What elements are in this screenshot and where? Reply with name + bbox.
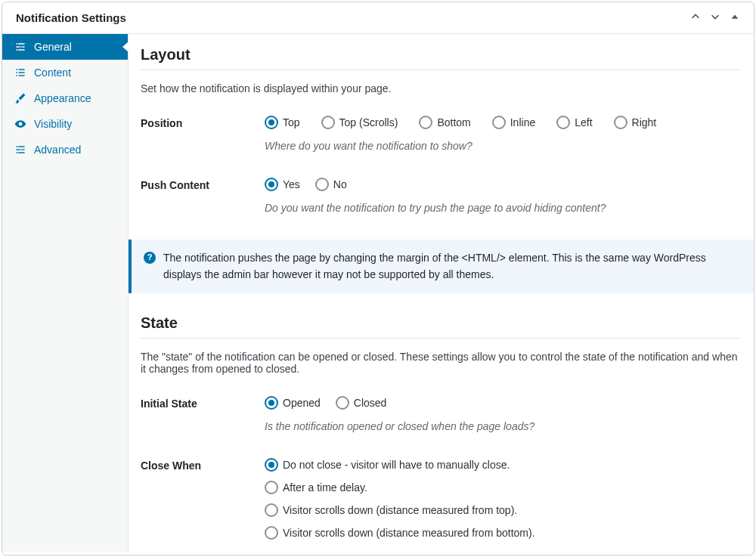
radio-input[interactable] [419,116,432,129]
radio-label: Visitor scrolls down (distance measured … [283,527,535,539]
sidebar-item-appearance[interactable]: Appearance [2,85,128,111]
radio-input[interactable] [265,396,278,410]
radio-state-closed[interactable]: Closed [336,396,387,410]
radio-input[interactable] [265,481,278,494]
radio-input[interactable] [265,178,278,191]
radio-push-yes[interactable]: Yes [265,178,300,191]
list-icon [14,67,26,79]
radio-label: Top (Scrolls) [339,116,398,128]
info-icon: ? [144,252,156,264]
move-up-icon[interactable] [690,11,701,24]
radio-position-top-scrolls[interactable]: Top (Scrolls) [321,116,398,129]
radio-close-scroll-top[interactable]: Visitor scrolls down (distance measured … [265,503,740,517]
field-label: Push Content [141,178,265,191]
radio-label: Opened [283,397,321,409]
sidebar-item-label: Visibility [34,118,72,130]
radio-label: Top [283,116,300,128]
section-title-state: State [141,314,740,332]
panel-body: General Content Appearance Visibility Ad… [2,34,754,552]
radio-input[interactable] [265,458,278,472]
sliders-icon [14,41,26,53]
panel-title: Notification Settings [16,11,126,24]
radio-label: Do not close - visitor will have to manu… [283,459,510,471]
info-box-push-content: ? The notification pushes the page by ch… [129,240,754,293]
field-hint: Is the notification opened or closed whe… [265,420,740,432]
radio-input[interactable] [556,116,570,129]
radio-position-top[interactable]: Top [265,116,300,129]
panel-header: Notification Settings [2,2,754,34]
field-hint: Where do you want the notification to sh… [265,140,740,152]
field-label: Close When [141,458,265,472]
sidebar-item-label: Advanced [34,144,81,156]
sidebar-item-visibility[interactable]: Visibility [2,111,128,137]
eye-icon [14,118,26,130]
radio-label: Closed [354,397,387,409]
sliders-icon [14,144,26,156]
radio-position-inline[interactable]: Inline [492,116,535,129]
radio-label: Right [632,116,657,128]
sidebar-item-general[interactable]: General [2,34,128,60]
info-text: The notification pushes the page by chan… [163,250,740,283]
field-close-when: Close When Do not close - visitor will h… [141,458,740,540]
radio-input[interactable] [336,396,349,410]
collapse-icon[interactable] [730,11,740,24]
sidebar-item-label: General [34,41,72,53]
section-desc-layout: Set how the notification is displayed wi… [141,82,740,94]
settings-panel: Notification Settings General Content Ap… [2,2,754,555]
radio-input[interactable] [315,178,329,191]
radio-close-none[interactable]: Do not close - visitor will have to manu… [265,458,740,472]
field-label: Position [141,116,265,129]
radio-label: Bottom [437,116,470,128]
field-label: Initial State [141,396,265,410]
radio-state-opened[interactable]: Opened [265,396,321,410]
radio-label: No [333,178,347,190]
radio-label: Left [575,116,592,128]
radio-position-right[interactable]: Right [614,116,657,129]
field-push-content: Push Content Yes No Do you want the noti… [141,178,740,214]
sidebar-item-label: Content [34,67,71,79]
sidebar: General Content Appearance Visibility Ad… [2,34,129,552]
radio-close-delay[interactable]: After a time delay. [265,481,740,494]
radio-input[interactable] [265,526,278,540]
panel-controls [690,11,740,24]
sidebar-item-advanced[interactable]: Advanced [2,137,128,162]
divider [141,70,740,70]
radio-position-left[interactable]: Left [556,116,592,129]
radio-input[interactable] [492,116,506,129]
move-down-icon[interactable] [710,11,720,24]
field-hint: Do you want the notification to try push… [265,202,740,214]
radio-input[interactable] [614,116,627,129]
radio-label: Visitor scrolls down (distance measured … [283,504,517,516]
sidebar-item-content[interactable]: Content [2,60,128,85]
divider [141,338,740,339]
radio-label: Inline [510,116,535,128]
radio-input[interactable] [265,503,278,517]
radio-position-bottom[interactable]: Bottom [419,116,470,129]
sidebar-item-label: Appearance [34,92,91,104]
brush-icon [14,92,26,104]
radio-input[interactable] [265,116,278,129]
content-area: Layout Set how the notification is displ… [129,34,754,552]
radio-close-scroll-bottom[interactable]: Visitor scrolls down (distance measured … [265,526,740,540]
field-position: Position Top Top (Scrolls) Bottom Inline… [141,116,740,152]
section-desc-state: The "state" of the notification can be o… [141,351,740,375]
radio-push-no[interactable]: No [315,178,347,191]
radio-input[interactable] [321,116,335,129]
radio-label: Yes [283,178,300,190]
section-title-layout: Layout [141,46,740,63]
field-initial-state: Initial State Opened Closed Is the notif… [141,396,740,432]
radio-label: After a time delay. [283,481,367,494]
